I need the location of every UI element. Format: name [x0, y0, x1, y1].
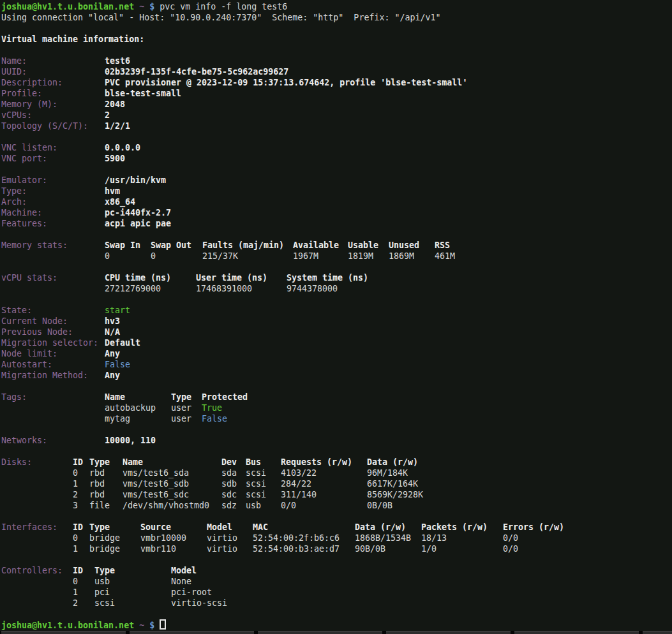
cell: virtio	[207, 543, 253, 554]
field-value: blse-test-small	[105, 89, 181, 98]
field-label: Machine:	[1, 207, 105, 218]
disk-row: 2rbdvms/test6_sdcsdcscsi311/1408569K/292…	[1, 489, 672, 500]
cell: 0	[105, 251, 151, 262]
cell: sdz	[221, 500, 246, 511]
field-migration-selector: Migration selector:Default	[1, 337, 672, 348]
cell: scsi	[246, 489, 281, 500]
disk-row: 0rbdvms/test6_sdasdascsi4103/2296M/184K	[1, 468, 672, 478]
col-header: Model	[207, 522, 253, 533]
field-features: Features:acpi apic pae	[1, 218, 672, 229]
field-value: 1/2/1	[105, 121, 130, 131]
prompt-dollar: $	[149, 621, 154, 630]
taskbar-strip	[0, 631, 672, 634]
field-previous-node: Previous Node:N/A	[1, 327, 672, 337]
field-vnc-port: VNC port:5900	[1, 153, 672, 164]
field-value: test6	[105, 56, 130, 66]
tag-name: autobackup	[105, 402, 171, 413]
cell: 1868B/1534B	[355, 533, 421, 543]
memory-stats-label: Memory stats:	[1, 240, 105, 251]
field-value: Any	[105, 349, 120, 358]
vcpu-stats-header-row: vCPU stats:CPU time (ns)User time (ns)Sy…	[1, 272, 672, 283]
field-label: Arch:	[1, 196, 105, 207]
field-vcpus: vCPUs:2	[1, 110, 672, 121]
field-state: State:start	[1, 305, 672, 316]
taskbar-segment[interactable]	[258, 631, 382, 634]
terminal-output[interactable]: joshua@hv1.t.u.bonilan.net~$pvc vm info …	[1, 1, 672, 630]
field-migration-method: Migration Method:Any	[1, 370, 672, 381]
field-label: vCPUs:	[1, 110, 105, 121]
field-label: Migration Method:	[1, 370, 105, 381]
cell: 311/140	[281, 489, 367, 500]
field-emulator: Emulator:/usr/bin/kvm	[1, 175, 672, 186]
field-value: acpi apic pae	[105, 219, 171, 228]
field-uuid: UUID:02b3239f-135f-4cfe-be75-5c962ac9962…	[1, 66, 672, 77]
field-value: 02b3239f-135f-4cfe-be75-5c962ac99627	[105, 67, 288, 77]
taskbar-segment[interactable]	[130, 631, 254, 634]
prompt-dollar: $	[149, 2, 154, 11]
col-header: Swap In	[105, 240, 151, 251]
terminal-screen: { "colors": { "bg": "#131713", "label": …	[0, 0, 672, 634]
cell: 1	[73, 587, 94, 598]
cell: vmbr10000	[140, 533, 207, 543]
state-value: start	[105, 306, 130, 315]
col-header: Usable	[348, 240, 389, 251]
field-label: Type:	[1, 186, 105, 196]
col-header: Type	[89, 457, 123, 468]
taskbar-segment[interactable]	[514, 631, 639, 634]
cell: sdb	[221, 478, 246, 489]
field-arch: Arch:x86_64	[1, 196, 672, 207]
cell: 1819M	[348, 251, 389, 262]
tags-header-row: Tags:NameTypeProtected	[1, 392, 672, 402]
field-label: Memory (M):	[1, 99, 105, 110]
cell: 17468391000	[196, 283, 287, 294]
cell: 0	[151, 251, 202, 262]
taskbar-segment[interactable]	[1, 631, 126, 634]
disk-row: 3file/dev/shm/vhostmd0sdzusb0/00B/0B	[1, 500, 672, 511]
cell: 1	[73, 478, 89, 489]
field-topology: Topology (S/C/T):1/2/1	[1, 121, 672, 131]
field-vnc-listen: VNC listen:0.0.0.0	[1, 142, 672, 153]
taskbar-segment[interactable]	[386, 631, 511, 634]
field-label: Name:	[1, 55, 105, 66]
cell: 0	[73, 576, 94, 587]
cell: 0	[73, 533, 89, 543]
tag-protected: True	[202, 402, 222, 413]
field-label: Emulator:	[1, 175, 105, 186]
taskbar-segment[interactable]	[643, 631, 672, 634]
cell: sdc	[221, 489, 246, 500]
cell: 1	[73, 543, 89, 554]
disk-row: 1rbdvms/test6_sdbsdbscsi284/226617K/164K	[1, 478, 672, 489]
field-label: Node limit:	[1, 348, 105, 359]
controllers-header-row: Controllers:IDTypeModel	[1, 565, 672, 576]
cell: file	[89, 500, 123, 511]
cell: 0/0	[503, 533, 518, 543]
terminal-cursor	[160, 619, 166, 630]
field-value: 2	[105, 110, 110, 120]
cell: 27212769000	[105, 283, 196, 294]
prompt-line-bottom[interactable]: joshua@hv1.t.u.bonilan.net~$	[1, 619, 672, 630]
col-header: Model	[171, 565, 197, 576]
interfaces-label: Interfaces:	[1, 522, 73, 533]
tag-row: mytaguserFalse	[1, 413, 672, 424]
controller-row: 1pcipci-root	[1, 587, 672, 598]
cell: vms/test6_sdb	[123, 478, 221, 489]
field-value: 5900	[105, 154, 125, 163]
cell: 9744378000	[287, 283, 338, 294]
cell: rbd	[89, 468, 123, 478]
field-value: Default	[105, 338, 140, 348]
field-type: Type:hvm	[1, 186, 672, 196]
col-header: MAC	[253, 522, 355, 533]
cell: rbd	[89, 489, 123, 500]
tag-name: mytag	[105, 413, 171, 424]
field-label: Networks:	[1, 435, 105, 446]
field-label: Features:	[1, 218, 105, 229]
col-header: RSS	[435, 240, 450, 251]
cell: 52:54:00:2f:b6:c6	[253, 533, 355, 543]
cell: 284/22	[281, 478, 367, 489]
field-networks: Networks:10000, 110	[1, 435, 672, 446]
field-autostart: Autostart:False	[1, 359, 672, 370]
field-label: VNC port:	[1, 153, 105, 164]
field-value: x86_64	[105, 197, 135, 207]
cell: 90B/0B	[355, 543, 421, 554]
field-current-node: Current Node:hv3	[1, 316, 672, 327]
